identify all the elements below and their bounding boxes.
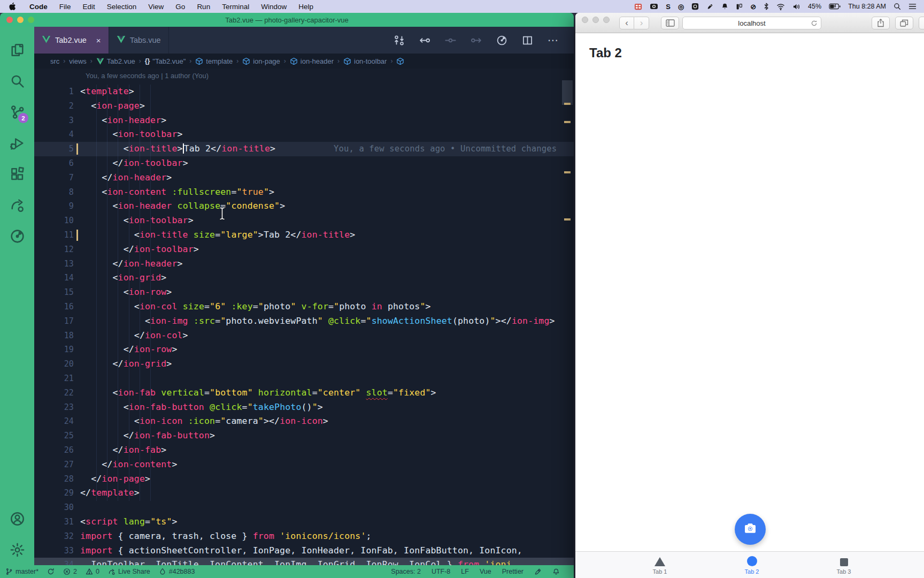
code-line-9[interactable]: 9 <ion-header collapse="condense"> xyxy=(34,199,574,214)
status-item-rocket-status-icon[interactable] xyxy=(534,568,542,575)
rocket-app-icon[interactable] xyxy=(706,3,714,10)
settings-gear-icon[interactable] xyxy=(5,534,29,565)
reload-icon[interactable] xyxy=(811,20,818,27)
breadcrumb-item-Tab2vue[interactable]: Tab2.vue xyxy=(96,57,135,65)
code-line-1[interactable]: 1<template> xyxy=(34,85,574,99)
status-item-bell-icon[interactable] xyxy=(552,568,560,575)
scrollbar-thumb[interactable] xyxy=(562,80,573,105)
nav-back-icon[interactable] xyxy=(419,35,430,46)
tabs-overview-button[interactable] xyxy=(895,17,913,29)
code-line-34[interactable]: 34 IonToolbar, IonTitle, IonContent, Ion… xyxy=(34,558,574,565)
code-line-11[interactable]: 11 <ion-title size="large">Tab 2</ion-ti… xyxy=(34,228,574,242)
code-line-32[interactable]: 32import { camera, trash, close } from '… xyxy=(34,529,574,544)
vscode-traffic-lights[interactable] xyxy=(6,17,34,23)
forward-button[interactable]: › xyxy=(634,17,649,29)
code-editor[interactable]: You, a few seconds ago | 1 author (You) … xyxy=(34,69,574,565)
spotlight-icon[interactable] xyxy=(894,3,901,10)
files-icon[interactable] xyxy=(5,34,29,65)
tab-button-tab2[interactable]: Tab 2 xyxy=(712,552,792,578)
wifi-icon[interactable] xyxy=(776,3,785,10)
status-item-sync-icon[interactable] xyxy=(47,568,55,575)
code-line-31[interactable]: 31<script lang="ts"> xyxy=(34,515,574,529)
code-line-13[interactable]: 13 </ion-header> xyxy=(34,257,574,271)
apple-icon[interactable] xyxy=(9,2,16,11)
code-line-26[interactable]: 26 </ion-fab> xyxy=(34,443,574,458)
code-line-29[interactable]: 29</template> xyxy=(34,486,574,500)
nav-forward-icon[interactable] xyxy=(471,35,482,46)
address-bar[interactable]: localhost xyxy=(682,17,821,29)
code-line-25[interactable]: 25 </ion-fab-button> xyxy=(34,429,574,443)
battery-icon[interactable] xyxy=(829,3,841,10)
menu-item-code[interactable]: Code xyxy=(24,3,53,11)
zoom-window-button[interactable] xyxy=(28,17,34,23)
timer-icon[interactable] xyxy=(5,220,29,252)
do-not-disturb-icon[interactable]: ⊘ xyxy=(750,3,756,11)
code-line-19[interactable]: 19 </ion-row> xyxy=(34,343,574,357)
status-item-liveshare[interactable]: Live Share xyxy=(108,568,150,575)
more-actions-icon[interactable]: ⋯ xyxy=(548,34,559,47)
debug-icon[interactable] xyxy=(5,127,29,158)
breadcrumb-item-ionpage[interactable]: ion-page xyxy=(242,57,280,65)
menu-item-help[interactable]: Help xyxy=(292,3,319,11)
status-item-spaces2[interactable]: Spaces: 2 xyxy=(391,568,421,575)
code-line-24[interactable]: 24 <ion-icon :icon="camera"></ion-icon> xyxy=(34,414,574,429)
live-share-icon[interactable] xyxy=(5,189,29,220)
menu-item-selection[interactable]: Selection xyxy=(101,3,143,11)
code-line-17[interactable]: 17 <ion-img :src="photo.webviewPath" @cl… xyxy=(34,314,574,329)
compare-changes-icon[interactable] xyxy=(394,35,405,46)
share-button[interactable] xyxy=(872,17,890,29)
account-icon[interactable] xyxy=(5,503,29,534)
breadcrumb-item-ionheader[interactable]: ion-header xyxy=(290,57,334,65)
breadcrumb-item-views[interactable]: views xyxy=(69,57,87,65)
breadcrumb-item[interactable] xyxy=(396,57,404,65)
editor-tab-tabs.vue[interactable]: Tabs.vue xyxy=(109,27,169,54)
menu-item-window[interactable]: Window xyxy=(255,3,292,11)
screen-recorder-app-icon[interactable] xyxy=(650,3,658,10)
code-line-6[interactable]: 6 </ion-toolbar> xyxy=(34,156,574,171)
breadcrumb-item-iontoolbar[interactable]: ion-toolbar xyxy=(343,57,387,65)
code-line-8[interactable]: 8 <ion-content :fullscreen="true"> xyxy=(34,185,574,200)
status-item-lf[interactable]: LF xyxy=(461,568,469,575)
code-line-3[interactable]: 3 <ion-header> xyxy=(34,113,574,128)
source-control-icon[interactable]: 2 xyxy=(5,96,29,127)
minimize-window-button[interactable] xyxy=(592,17,599,23)
status-item-2[interactable]: 2 xyxy=(63,568,77,575)
vscode-titlebar[interactable]: Tab2.vue — photo-gallery-capacitor-vue xyxy=(0,13,574,27)
editor-tab-tab2.vue[interactable]: Tab2.vue× xyxy=(34,27,109,54)
tab-button-tab3[interactable]: Tab 3 xyxy=(804,552,884,578)
codelens-annotation[interactable]: You, a few seconds ago | 1 author (You) xyxy=(86,72,209,80)
stats-app-icon[interactable]: S xyxy=(666,3,671,11)
code-line-14[interactable]: 14 <ion-grid> xyxy=(34,271,574,285)
status-item-utf8[interactable]: UTF-8 xyxy=(432,568,450,575)
close-window-button[interactable] xyxy=(6,17,13,23)
code-line-27[interactable]: 27 </ion-content> xyxy=(34,458,574,472)
code-line-10[interactable]: 10 <ion-toolbar> xyxy=(34,214,574,228)
code-line-2[interactable]: 2 <ion-page> xyxy=(34,99,574,113)
window-manager-app-icon[interactable] xyxy=(736,3,743,10)
menu-item-terminal[interactable]: Terminal xyxy=(216,3,255,11)
status-item-0[interactable]: 0 xyxy=(86,568,99,575)
search-icon[interactable] xyxy=(5,65,29,96)
code-line-15[interactable]: 15 <ion-row> xyxy=(34,285,574,300)
volume-icon[interactable] xyxy=(792,3,800,10)
code-line-20[interactable]: 20 </ion-grid> xyxy=(34,357,574,371)
zoom-window-button[interactable] xyxy=(603,17,610,23)
minimize-window-button[interactable] xyxy=(17,17,24,23)
film-app-icon[interactable] xyxy=(634,3,642,11)
back-button[interactable]: ‹ xyxy=(619,17,634,29)
status-item-vue[interactable]: Vue xyxy=(480,568,491,575)
control-center-icon[interactable] xyxy=(908,3,917,10)
extensions-icon[interactable] xyxy=(5,158,29,189)
camera-fab-button[interactable] xyxy=(735,514,766,545)
new-tab-button[interactable]: + xyxy=(919,17,924,29)
camera-app-icon[interactable] xyxy=(691,3,699,10)
close-tab-icon[interactable]: × xyxy=(96,36,101,45)
nav-current-icon[interactable] xyxy=(445,35,456,46)
menu-item-run[interactable]: Run xyxy=(191,3,216,11)
battery-level[interactable]: 45% xyxy=(808,3,821,10)
breadcrumb-item-src[interactable]: src xyxy=(50,57,59,65)
menu-item-edit[interactable]: Edit xyxy=(77,3,101,11)
menu-clock[interactable]: Thu 8:28 AM xyxy=(848,3,886,10)
code-line-21[interactable]: 21 xyxy=(34,371,574,386)
sidebar-toggle-button[interactable] xyxy=(661,17,679,29)
